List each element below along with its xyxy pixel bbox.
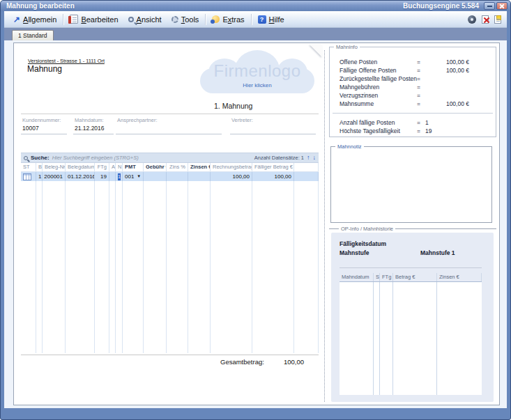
menu-tools[interactable]: Tools <box>167 14 204 25</box>
legend-line <box>329 228 339 229</box>
mahninfo-label: Mahngebühren <box>340 84 379 91</box>
field-underline <box>116 134 222 134</box>
note-document-icon[interactable] <box>494 15 501 24</box>
vertical-separator <box>324 50 325 402</box>
table-row[interactable]: 1 200001 01.12.2016 19 1 001▼ 100,00 100… <box>21 172 319 181</box>
row-faelliger-betrag-cell: 100,00 <box>252 172 294 181</box>
tab-standard[interactable]: 1 Standard <box>12 30 54 40</box>
search-label: Suche: <box>31 155 49 161</box>
window-title: Mahnung bearbeiten <box>6 2 403 10</box>
equals-sign: = <box>417 84 420 91</box>
mahnnotiz-textarea[interactable] <box>331 147 491 222</box>
close-button[interactable] <box>496 2 508 10</box>
op-info-title: OP-Info / Mahnhistorie <box>341 226 393 232</box>
gear-icon <box>171 16 178 23</box>
mahninfo-value: 100,00 € <box>427 67 469 74</box>
tab-strip: 1 Standard <box>4 28 507 40</box>
row-b-cell: 1 <box>36 172 43 181</box>
mahninfo-row: Fällige Offene Posten = 100,00 € <box>330 67 496 75</box>
op-info-panel: Fälligkeitsdatum Mahnstufe Mahnstufe 1 M… <box>331 233 494 402</box>
sort-up-icon[interactable]: ↑ <box>307 155 310 161</box>
mahninfo-title: Mahninfo <box>334 44 360 50</box>
grid-detail-icon[interactable] <box>23 173 31 180</box>
mahnnotiz-title: Mahnnotiz <box>335 143 364 150</box>
mahninfo-label: Offene Posten <box>340 59 377 65</box>
arrow-ne-icon: ↗ <box>13 15 20 24</box>
search-bar: Suche: Hier Suchbegriff eingeben (STRG+S… <box>21 153 319 163</box>
toolbar-separator <box>251 14 252 25</box>
n-flag-checkbox[interactable]: 1 <box>118 173 121 180</box>
col-belegdatum[interactable]: Belegdatum <box>66 163 95 171</box>
mahninfo-label: Höchste Tagesfälligkeit <box>340 127 400 134</box>
menu-extras-label: Extras <box>222 15 244 24</box>
menu-bearbeiten[interactable]: Bearbeiten <box>65 13 123 25</box>
row-rechnungsbetrag-cell: 100,00 <box>211 172 252 181</box>
document-title: Mahnung <box>27 64 62 74</box>
row-zins-pct-cell <box>167 172 188 181</box>
dropdown-caret-icon[interactable]: ▼ <box>137 172 141 181</box>
col-zins-pct[interactable]: Zins % <box>167 163 188 171</box>
edit-icon <box>70 15 78 24</box>
title-bar: Mahnung bearbeiten Buchungsengine 5.584 <box>1 1 510 11</box>
row-belegdatum-cell: 01.12.2016 <box>66 172 95 181</box>
col-a[interactable]: A <box>109 163 116 171</box>
divider <box>21 355 319 355</box>
menu-tools-label: Tools <box>181 15 199 24</box>
menu-extras[interactable]: Extras <box>207 14 249 25</box>
equals-sign: = <box>417 119 420 126</box>
record-count: Anzahl Datensätze: 1 <box>254 155 304 161</box>
col-st[interactable]: ST <box>21 163 36 171</box>
delete-document-icon[interactable] <box>482 15 489 24</box>
total-label: Gesamtbetrag: <box>220 358 264 366</box>
col-b[interactable]: B <box>36 163 43 171</box>
mahnung-panel: Versionstest - Strasse 1 - 1111 Ort Mahn… <box>13 42 500 405</box>
history-table-header: Mahndatum S FTg Betrag € Zinsen € <box>340 273 482 282</box>
menu-bearbeiten-label: Bearbeiten <box>81 15 118 24</box>
col-pmt[interactable]: PMT <box>123 163 144 171</box>
vertreter-label: Vertreter: <box>231 117 253 123</box>
hist-col-ftg: FTg <box>380 273 393 281</box>
row-n-cell[interactable]: 1 <box>116 172 123 181</box>
mahndatum-value[interactable]: 21.12.2016 <box>75 125 105 132</box>
col-gebuehr[interactable]: Gebühr € <box>144 163 167 171</box>
col-beleg-nr[interactable]: Beleg-Nr. <box>43 163 66 171</box>
minimize-button[interactable] <box>484 2 495 10</box>
items-table-header: ST B Beleg-Nr. Belegdatum FTg A N PMT Ge… <box>21 163 319 172</box>
sort-down-icon[interactable]: ↓ <box>313 155 316 161</box>
record-icon[interactable] <box>468 15 476 24</box>
col-n[interactable]: N <box>116 163 123 171</box>
row-filler-cell <box>294 172 319 181</box>
mahninfo-row: Offene Posten = 100,00 € <box>330 59 496 67</box>
menu-allgemein[interactable]: ↗ Allgemein <box>8 14 61 25</box>
col-zinsen[interactable]: Zinsen € <box>188 163 211 171</box>
col-ftg[interactable]: FTg <box>95 163 109 171</box>
mahninfo-row: Mahngebühren = <box>330 84 496 92</box>
history-table-body <box>340 282 482 395</box>
row-pmt-cell[interactable]: 001▼ <box>123 172 144 181</box>
mahninfo-label: Mahnsumme <box>340 100 374 107</box>
col-rechnungsbetrag[interactable]: Rechnungsbetrag € <box>211 163 252 171</box>
mahninfo-value: 100,00 € <box>427 100 469 107</box>
logo-click-hint[interactable]: Hier klicken <box>199 82 316 88</box>
mahninfo-label: Anzahl fällige Posten <box>340 119 395 126</box>
kundennummer-value[interactable]: 10007 <box>22 125 39 132</box>
field-underline <box>230 134 316 134</box>
company-logo-placeholder[interactable]: Firmenlogo Hier klicken <box>199 50 316 98</box>
sender-address-link[interactable]: Versionstest - Strasse 1 - 1111 Ort <box>28 58 105 64</box>
mahninfo-label: Zurückgestellte fällige Posten <box>340 75 417 82</box>
toolbar-separator <box>63 14 63 25</box>
menu-ansicht[interactable]: Ansicht <box>123 14 167 25</box>
row-a-cell <box>109 172 116 181</box>
menu-hilfe[interactable]: ? Hilfe <box>253 14 289 25</box>
pmt-value: 001 <box>125 172 134 181</box>
col-faelliger-betrag[interactable]: Fälliger Betrag € <box>252 163 294 171</box>
divider <box>333 113 493 114</box>
mahninfo-label: Fällige Offene Posten <box>340 67 397 74</box>
row-st-cell[interactable] <box>21 172 36 181</box>
search-input[interactable]: Hier Suchbegriff eingeben (STRG+S) <box>52 155 252 161</box>
mahninfo-value: 100,00 € <box>427 59 469 65</box>
extras-icon <box>212 15 220 23</box>
total-value: 100,00 <box>261 358 304 366</box>
mahninfo-groupbox: Mahninfo Offene Posten = 100,00 € Fällig… <box>329 47 496 137</box>
field-underline <box>21 134 67 134</box>
